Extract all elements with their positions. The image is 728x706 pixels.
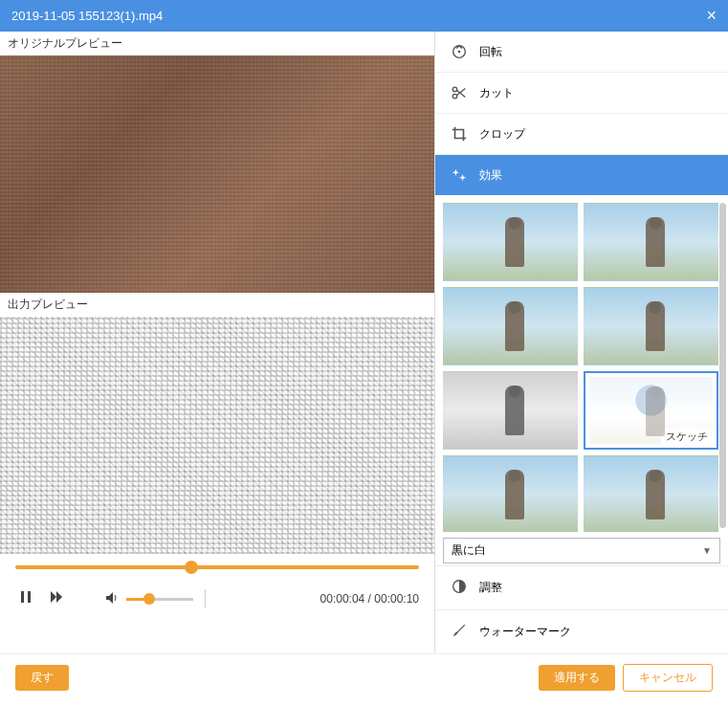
pause-button[interactable] bbox=[15, 588, 36, 609]
effect-thumb[interactable] bbox=[443, 455, 578, 532]
reset-button[interactable]: 戻す bbox=[15, 665, 69, 691]
menu-rotate[interactable]: 回転 bbox=[435, 32, 728, 73]
bottom-bar: 戻す 適用する キャンセル bbox=[0, 653, 728, 701]
next-frame-button[interactable] bbox=[46, 588, 67, 609]
apply-button[interactable]: 適用する bbox=[539, 665, 615, 691]
original-preview bbox=[0, 55, 434, 293]
menu-cut-label: カット bbox=[479, 85, 514, 101]
menu-watermark-label: ウォーターマーク bbox=[479, 624, 571, 640]
volume-handle[interactable] bbox=[143, 593, 155, 605]
output-preview-label: 出力プレビュー bbox=[0, 293, 434, 317]
time-total: 00:00:10 bbox=[374, 592, 419, 606]
menu-effects[interactable]: 効果 bbox=[435, 155, 728, 195]
effect-thumb[interactable] bbox=[443, 287, 578, 365]
svg-rect-0 bbox=[21, 591, 24, 603]
menu-adjust[interactable]: 調整 bbox=[435, 565, 728, 609]
scrollbar[interactable] bbox=[719, 203, 726, 528]
window-title: 2019-11-05 155123(1).mp4 bbox=[11, 9, 163, 23]
volume-slider[interactable] bbox=[126, 598, 193, 601]
volume-separator bbox=[205, 589, 206, 608]
effect-mode-dropdown[interactable]: 黒に白 ▼ bbox=[443, 538, 720, 563]
svg-point-3 bbox=[458, 51, 461, 54]
title-bar: 2019-11-05 155123(1).mp4 × bbox=[0, 0, 728, 32]
menu-effects-label: 効果 bbox=[479, 167, 502, 184]
time-current: 00:00:04 bbox=[320, 592, 365, 606]
output-preview bbox=[0, 317, 434, 554]
crop-icon bbox=[451, 125, 468, 143]
menu-crop[interactable]: クロップ bbox=[435, 114, 728, 155]
effect-thumb[interactable] bbox=[443, 371, 578, 450]
time-display: 00:00:04 / 00:00:10 bbox=[320, 592, 419, 606]
menu-crop-label: クロップ bbox=[479, 126, 525, 143]
svg-rect-1 bbox=[28, 591, 31, 603]
effects-inner: スケッチ bbox=[443, 203, 718, 532]
time-separator: / bbox=[364, 592, 374, 606]
menu-rotate-label: 回転 bbox=[479, 44, 502, 60]
controls-row: 00:00:04 / 00:00:10 bbox=[15, 588, 419, 609]
main-area: オリジナルプレビュー 出力プレビュー bbox=[0, 32, 728, 653]
menu-cut[interactable]: カット bbox=[435, 73, 728, 114]
effect-thumb[interactable] bbox=[584, 287, 718, 365]
brush-icon bbox=[451, 622, 468, 642]
effects-icon bbox=[451, 166, 468, 184]
dropdown-value: 黒に白 bbox=[452, 542, 486, 559]
rotate-icon bbox=[451, 43, 468, 60]
effects-grid: スケッチ bbox=[435, 195, 728, 532]
effect-thumb-label: スケッチ bbox=[661, 429, 713, 445]
original-preview-label: オリジナルプレビュー bbox=[0, 32, 434, 55]
effect-thumb-selected[interactable]: スケッチ bbox=[584, 371, 718, 450]
playback-controls: 00:00:04 / 00:00:10 bbox=[0, 554, 434, 609]
scissors-icon bbox=[451, 84, 468, 101]
menu-adjust-label: 調整 bbox=[479, 580, 502, 596]
effect-thumb[interactable] bbox=[443, 203, 578, 281]
left-panel: オリジナルプレビュー 出力プレビュー bbox=[0, 32, 434, 653]
volume-fill bbox=[126, 598, 143, 601]
chevron-down-icon: ▼ bbox=[702, 545, 712, 556]
right-panel: 回転 カット クロップ 効果 bbox=[434, 32, 728, 653]
timeline-slider[interactable] bbox=[15, 565, 419, 569]
effect-thumb[interactable] bbox=[584, 455, 718, 532]
volume-area bbox=[105, 589, 206, 608]
adjust-icon bbox=[451, 578, 468, 598]
cancel-button[interactable]: キャンセル bbox=[623, 664, 713, 692]
edit-menu: 回転 カット クロップ 効果 bbox=[435, 32, 728, 195]
menu-watermark[interactable]: ウォーターマーク bbox=[435, 609, 728, 653]
effect-thumb[interactable] bbox=[584, 203, 718, 281]
timeline-handle[interactable] bbox=[185, 561, 198, 574]
volume-icon[interactable] bbox=[105, 591, 121, 607]
close-icon[interactable]: × bbox=[706, 6, 717, 26]
